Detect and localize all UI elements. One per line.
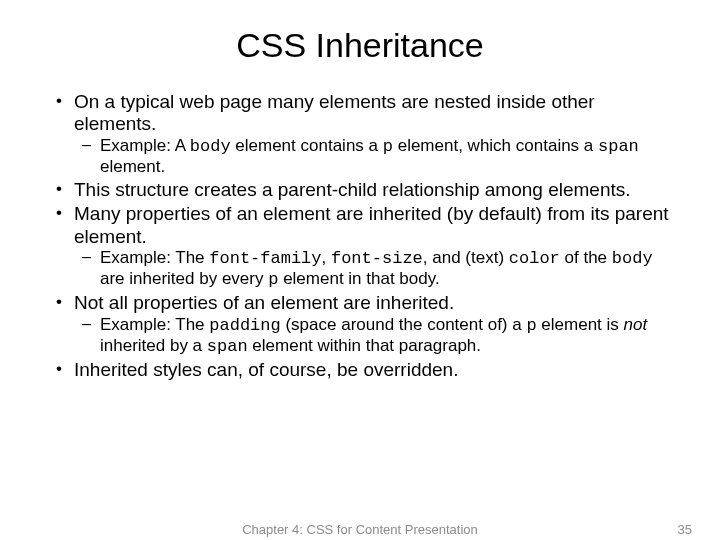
sub-bullet-list: Example: A body element contains a p ele… bbox=[74, 136, 672, 177]
bullet-item: Many properties of an element are inheri… bbox=[48, 203, 672, 290]
bullet-list: On a typical web page many elements are … bbox=[48, 91, 672, 381]
text-run: element within that paragraph. bbox=[248, 336, 481, 355]
code-run: span bbox=[598, 137, 639, 156]
text-run: Example: The bbox=[100, 248, 209, 267]
code-run: body bbox=[190, 137, 231, 156]
bullet-item: On a typical web page many elements are … bbox=[48, 91, 672, 177]
text-run: (space around the content of) a bbox=[281, 315, 527, 334]
slide-title: CSS Inheritance bbox=[48, 26, 672, 65]
text-run: Example: The bbox=[100, 315, 209, 334]
bullet-text: This structure creates a parent-child re… bbox=[74, 179, 631, 200]
code-run: span bbox=[207, 337, 248, 356]
footer-chapter: Chapter 4: CSS for Content Presentation bbox=[0, 522, 720, 537]
footer-page-number: 35 bbox=[678, 522, 692, 537]
sub-bullet-list: Example: The font-family, font-size, and… bbox=[74, 248, 672, 290]
text-run: element. bbox=[100, 157, 165, 176]
code-run: padding bbox=[209, 316, 280, 335]
sub-bullet-list: Example: The padding (space around the c… bbox=[74, 315, 672, 357]
bullet-text: Many properties of an element are inheri… bbox=[74, 203, 669, 246]
bullet-text: Not all properties of an element are inh… bbox=[74, 292, 454, 313]
code-run: color bbox=[509, 249, 560, 268]
bullet-text: On a typical web page many elements are … bbox=[74, 91, 595, 134]
sub-bullet-item: Example: The font-family, font-size, and… bbox=[74, 248, 672, 290]
bullet-item: Not all properties of an element are inh… bbox=[48, 292, 672, 357]
text-run: element contains a bbox=[231, 136, 383, 155]
text-run: are inherited by every bbox=[100, 269, 268, 288]
code-run: font-family bbox=[209, 249, 321, 268]
sub-bullet-item: Example: The padding (space around the c… bbox=[74, 315, 672, 357]
code-run: font-size bbox=[331, 249, 423, 268]
bullet-text: Inherited styles can, of course, be over… bbox=[74, 359, 458, 380]
code-run: body bbox=[612, 249, 653, 268]
italic-run: not bbox=[624, 315, 648, 334]
text-run: element in that body. bbox=[278, 269, 439, 288]
text-run: element is bbox=[537, 315, 624, 334]
text-run: element, which contains a bbox=[393, 136, 598, 155]
sub-bullet-item: Example: A body element contains a p ele… bbox=[74, 136, 672, 177]
bullet-item: Inherited styles can, of course, be over… bbox=[48, 359, 672, 381]
text-run: inherited by a bbox=[100, 336, 207, 355]
bullet-item: This structure creates a parent-child re… bbox=[48, 179, 672, 201]
text-run: , and (text) bbox=[423, 248, 509, 267]
text-run: Example: A bbox=[100, 136, 190, 155]
code-run: p bbox=[383, 137, 393, 156]
text-run: , bbox=[322, 248, 331, 267]
code-run: p bbox=[268, 270, 278, 289]
code-run: p bbox=[526, 316, 536, 335]
text-run: of the bbox=[560, 248, 612, 267]
